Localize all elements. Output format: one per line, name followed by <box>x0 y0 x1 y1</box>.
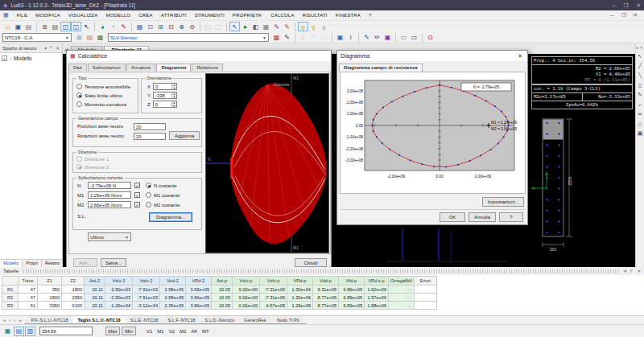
posizioni-field[interactable]: 20 <box>134 123 166 130</box>
sheet-tab-s-l-e-ntc18[interactable]: S.L.E.-NTC18 <box>124 316 165 324</box>
sphere-icon[interactable]: ● <box>240 22 250 31</box>
m2-checkbox[interactable]: ✓ <box>134 202 140 208</box>
y-spinner[interactable]: -338▲▼ <box>153 92 177 99</box>
cell[interactable]: R3 <box>2 302 19 310</box>
cell[interactable]: 3350 <box>38 302 62 310</box>
pin-icon[interactable]: 〒 <box>630 269 634 274</box>
cell[interactable]: 10.05 <box>212 294 233 302</box>
close-icon[interactable]: ✕ <box>637 2 641 9</box>
omega-icon[interactable]: Ω <box>425 33 436 43</box>
sheet-tab-nodo-tr-pil-[interactable]: Nodo Tr.Pil. <box>270 316 307 324</box>
tree-item-modello[interactable]: + ⌂ Modello <box>0 53 62 64</box>
diagramma-button[interactable]: Diagramma... <box>149 212 192 222</box>
radio-tensione[interactable]: Tensione ammissibile <box>76 84 130 89</box>
impostazioni-button[interactable]: Impostazioni... <box>482 197 524 207</box>
cell[interactable]: 0.00e+00 <box>233 294 260 302</box>
arc-down-icon[interactable]: ◡ <box>319 33 329 43</box>
sheet-tab-p-f-s-l-u-ntc18[interactable]: P.F.-S.L.U.-NTC18 <box>25 316 75 324</box>
cell[interactable]: 3.63e+05 <box>186 286 212 294</box>
zoom-in-icon[interactable]: ⊕ <box>176 22 187 31</box>
side-offset-icon[interactable]: ⌐ <box>636 100 644 109</box>
select-window-icon[interactable]: ⊡ <box>145 22 155 31</box>
copy-icon[interactable]: ▤ <box>23 22 34 31</box>
values-mode-icon[interactable]: ▥ <box>25 327 35 336</box>
context-help-icon[interactable]: ↖ <box>81 22 92 31</box>
view-settings-icon[interactable]: ◫ <box>60 22 71 31</box>
cell[interactable]: 10.05 <box>212 302 233 310</box>
radio-m2-costante[interactable]: M2 costante <box>146 202 180 208</box>
child-close-icon[interactable]: ✕ <box>634 12 638 18</box>
diagram-mode-icon[interactable]: ▤ <box>14 327 24 336</box>
sheet-tab-s-l-f-ntc18[interactable]: S.L.F.-NTC18 <box>161 316 201 324</box>
print-preview-icon[interactable]: ▤ <box>50 22 60 31</box>
minimize-icon[interactable]: ─ <box>612 2 616 9</box>
cell[interactable]: 8.77e+05 <box>313 294 339 302</box>
sheet-tab-s-l-d-sismico[interactable]: S.L.D.-Sismico <box>198 316 241 324</box>
table-view-icon[interactable]: ▦ <box>95 33 105 43</box>
cell[interactable]: 47 <box>19 286 38 294</box>
radio-momento[interactable]: Momento-curvatura <box>76 101 126 107</box>
menu-crea[interactable]: CREA <box>134 13 156 18</box>
max-button[interactable]: Max <box>105 327 120 335</box>
open-icon[interactable]: ▱ <box>2 22 13 31</box>
rotazioni-field[interactable]: 20 <box>134 133 166 140</box>
sheet-tab-taglio-s-l-u-ntc18[interactable]: Taglio S.L.U.-NTC18 <box>72 316 127 324</box>
cell[interactable]: 3.66e+05 <box>186 294 212 302</box>
cell[interactable]: -7.31e+05 <box>260 294 287 302</box>
apri-button[interactable]: Apri... <box>73 258 97 267</box>
mesh-icon[interactable]: ▦ <box>261 22 271 31</box>
maximize-icon[interactable]: ❐ <box>624 2 629 9</box>
cell[interactable]: 6.89e+05 <box>339 294 365 302</box>
col-header-Ast-p[interactable]: Ast-p <box>212 277 233 286</box>
diagramma-title-bar[interactable]: Diagramma ✕ <box>337 51 527 61</box>
block-purple-icon[interactable]: ▣ <box>382 33 393 43</box>
col-header-Vslv-2[interactable]: Vslv-2 <box>133 277 160 286</box>
cell[interactable]: 20.11 <box>85 302 105 310</box>
column-icon[interactable]: ▯ <box>298 33 308 43</box>
frame-solid-icon[interactable]: ▭ <box>409 33 419 43</box>
beam-section-icon[interactable]: Ι <box>345 33 356 43</box>
menu-finestra[interactable]: FINESTRA <box>332 13 365 18</box>
col-header-Ved-2[interactable]: Ved-2 <box>160 277 186 286</box>
cell[interactable]: -7.91e+03 <box>133 294 160 302</box>
tab-relazio[interactable]: Relazio <box>42 260 64 267</box>
view-layers-icon[interactable]: ◫ <box>71 22 81 31</box>
side-polyline-icon[interactable]: ╲ <box>636 71 644 80</box>
frame-dashed-icon[interactable]: ▭ <box>398 33 409 43</box>
load-case-combo[interactable]: SLV-Sismico▼ <box>108 33 269 42</box>
result-v1[interactable]: V1 <box>144 329 155 334</box>
pin-icon[interactable]: 〒 <box>49 45 54 51</box>
pen-dark-icon[interactable]: ✏ <box>372 33 382 43</box>
cell[interactable]: 1800 <box>62 286 85 294</box>
menu-strumenti[interactable]: STRUMENTI <box>191 13 229 18</box>
result-m1[interactable]: M1 <box>155 329 166 334</box>
menu-calcola[interactable]: CALCOLA <box>266 13 298 18</box>
result-v2[interactable]: V2 <box>167 329 177 334</box>
side-pointer-icon[interactable]: ↖ <box>636 51 644 61</box>
child-restore-icon[interactable]: ❐ <box>621 12 626 18</box>
n-checkbox[interactable]: ✓ <box>134 183 140 188</box>
col-header-Z2[interactable]: Z2 <box>62 277 85 286</box>
cell[interactable]: 1.57e+06 <box>365 294 389 302</box>
cell[interactable]: ---- <box>389 302 415 310</box>
design-check-icon[interactable]: ◎ <box>74 33 85 43</box>
arc-up-icon[interactable]: ◠ <box>308 33 319 43</box>
cell[interactable]: -2.50e+03 <box>105 294 133 302</box>
pointer-icon[interactable]: ↖ <box>229 22 240 31</box>
ok-button[interactable]: OK <box>440 212 465 222</box>
cell[interactable]: ---- <box>389 294 415 302</box>
calcolatrice-title-bar[interactable]: ▦ Calcolatrice <box>67 51 331 61</box>
cell[interactable]: 51 <box>19 302 38 310</box>
m1-field[interactable]: 2.26e+09 Nmm <box>88 191 131 199</box>
col-header-Vfd-p[interactable]: Vfd-p <box>339 277 365 286</box>
side-measure-icon[interactable]: ≍ <box>636 109 644 119</box>
cell[interactable]: 0.00e+00 <box>233 302 260 310</box>
cell[interactable]: 3.66e+05 <box>186 302 212 310</box>
tab-diagrammi[interactable]: Diagrammi <box>156 64 191 72</box>
col-header-VRd.s-p[interactable]: VRd.s-p <box>365 277 389 286</box>
m1-checkbox[interactable]: ✓ <box>134 192 140 198</box>
modify-icon[interactable]: ✎ <box>271 22 282 31</box>
pen-blue-icon[interactable]: ✎ <box>361 33 372 43</box>
close-icon[interactable]: ✕ <box>516 53 524 60</box>
col-header-VRd-p[interactable]: VRd-p <box>287 277 313 286</box>
